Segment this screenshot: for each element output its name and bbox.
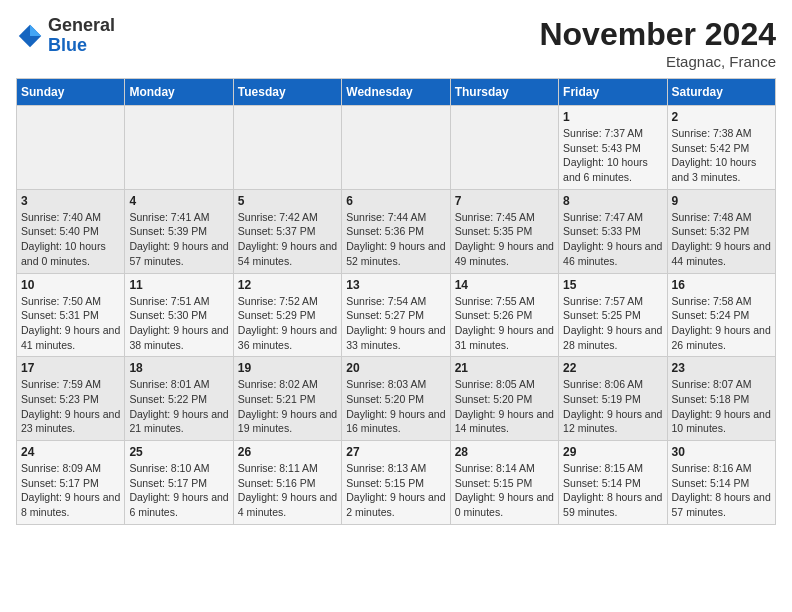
day-info: Sunrise: 7:38 AMSunset: 5:42 PMDaylight:… [672, 126, 771, 185]
day-info: Sunrise: 8:02 AMSunset: 5:21 PMDaylight:… [238, 377, 337, 436]
calendar-cell: 5Sunrise: 7:42 AMSunset: 5:37 PMDaylight… [233, 189, 341, 273]
day-info: Sunrise: 8:16 AMSunset: 5:14 PMDaylight:… [672, 461, 771, 520]
day-number: 12 [238, 278, 337, 292]
day-info: Sunrise: 8:11 AMSunset: 5:16 PMDaylight:… [238, 461, 337, 520]
day-info: Sunrise: 7:52 AMSunset: 5:29 PMDaylight:… [238, 294, 337, 353]
day-info: Sunrise: 7:41 AMSunset: 5:39 PMDaylight:… [129, 210, 228, 269]
day-number: 26 [238, 445, 337, 459]
week-row-3: 10Sunrise: 7:50 AMSunset: 5:31 PMDayligh… [17, 273, 776, 357]
day-header-saturday: Saturday [667, 79, 775, 106]
day-number: 19 [238, 361, 337, 375]
calendar-cell: 14Sunrise: 7:55 AMSunset: 5:26 PMDayligh… [450, 273, 558, 357]
day-number: 20 [346, 361, 445, 375]
day-info: Sunrise: 8:14 AMSunset: 5:15 PMDaylight:… [455, 461, 554, 520]
day-number: 15 [563, 278, 662, 292]
day-number: 3 [21, 194, 120, 208]
calendar-cell [233, 106, 341, 190]
calendar-cell: 4Sunrise: 7:41 AMSunset: 5:39 PMDaylight… [125, 189, 233, 273]
day-number: 10 [21, 278, 120, 292]
day-info: Sunrise: 8:13 AMSunset: 5:15 PMDaylight:… [346, 461, 445, 520]
day-number: 13 [346, 278, 445, 292]
day-number: 14 [455, 278, 554, 292]
calendar-table: SundayMondayTuesdayWednesdayThursdayFrid… [16, 78, 776, 525]
day-info: Sunrise: 8:10 AMSunset: 5:17 PMDaylight:… [129, 461, 228, 520]
day-info: Sunrise: 8:01 AMSunset: 5:22 PMDaylight:… [129, 377, 228, 436]
day-info: Sunrise: 7:40 AMSunset: 5:40 PMDaylight:… [21, 210, 120, 269]
day-header-wednesday: Wednesday [342, 79, 450, 106]
day-info: Sunrise: 7:51 AMSunset: 5:30 PMDaylight:… [129, 294, 228, 353]
day-number: 18 [129, 361, 228, 375]
week-row-4: 17Sunrise: 7:59 AMSunset: 5:23 PMDayligh… [17, 357, 776, 441]
day-number: 23 [672, 361, 771, 375]
calendar-cell: 8Sunrise: 7:47 AMSunset: 5:33 PMDaylight… [559, 189, 667, 273]
calendar-body: 1Sunrise: 7:37 AMSunset: 5:43 PMDaylight… [17, 106, 776, 525]
svg-marker-1 [30, 25, 41, 36]
calendar-cell: 23Sunrise: 8:07 AMSunset: 5:18 PMDayligh… [667, 357, 775, 441]
day-info: Sunrise: 7:59 AMSunset: 5:23 PMDaylight:… [21, 377, 120, 436]
day-header-tuesday: Tuesday [233, 79, 341, 106]
day-number: 9 [672, 194, 771, 208]
day-info: Sunrise: 7:42 AMSunset: 5:37 PMDaylight:… [238, 210, 337, 269]
day-number: 27 [346, 445, 445, 459]
logo-icon [16, 22, 44, 50]
day-header-monday: Monday [125, 79, 233, 106]
day-number: 24 [21, 445, 120, 459]
day-header-sunday: Sunday [17, 79, 125, 106]
day-info: Sunrise: 8:07 AMSunset: 5:18 PMDaylight:… [672, 377, 771, 436]
day-info: Sunrise: 7:48 AMSunset: 5:32 PMDaylight:… [672, 210, 771, 269]
day-number: 30 [672, 445, 771, 459]
day-number: 28 [455, 445, 554, 459]
logo-text: General Blue [48, 16, 115, 56]
page-header: General Blue November 2024 Etagnac, Fran… [16, 16, 776, 70]
day-number: 5 [238, 194, 337, 208]
calendar-cell [450, 106, 558, 190]
calendar-cell: 9Sunrise: 7:48 AMSunset: 5:32 PMDaylight… [667, 189, 775, 273]
calendar-cell: 1Sunrise: 7:37 AMSunset: 5:43 PMDaylight… [559, 106, 667, 190]
month-title: November 2024 [539, 16, 776, 53]
calendar-cell: 18Sunrise: 8:01 AMSunset: 5:22 PMDayligh… [125, 357, 233, 441]
day-info: Sunrise: 7:58 AMSunset: 5:24 PMDaylight:… [672, 294, 771, 353]
day-number: 25 [129, 445, 228, 459]
week-row-2: 3Sunrise: 7:40 AMSunset: 5:40 PMDaylight… [17, 189, 776, 273]
calendar-cell: 27Sunrise: 8:13 AMSunset: 5:15 PMDayligh… [342, 441, 450, 525]
calendar-cell: 11Sunrise: 7:51 AMSunset: 5:30 PMDayligh… [125, 273, 233, 357]
calendar-cell: 28Sunrise: 8:14 AMSunset: 5:15 PMDayligh… [450, 441, 558, 525]
calendar-cell: 13Sunrise: 7:54 AMSunset: 5:27 PMDayligh… [342, 273, 450, 357]
day-header-thursday: Thursday [450, 79, 558, 106]
calendar-cell: 30Sunrise: 8:16 AMSunset: 5:14 PMDayligh… [667, 441, 775, 525]
title-block: November 2024 Etagnac, France [539, 16, 776, 70]
day-number: 17 [21, 361, 120, 375]
day-header-friday: Friday [559, 79, 667, 106]
day-info: Sunrise: 7:44 AMSunset: 5:36 PMDaylight:… [346, 210, 445, 269]
day-number: 4 [129, 194, 228, 208]
day-number: 7 [455, 194, 554, 208]
calendar-cell [342, 106, 450, 190]
day-info: Sunrise: 7:50 AMSunset: 5:31 PMDaylight:… [21, 294, 120, 353]
day-info: Sunrise: 7:45 AMSunset: 5:35 PMDaylight:… [455, 210, 554, 269]
calendar-cell: 12Sunrise: 7:52 AMSunset: 5:29 PMDayligh… [233, 273, 341, 357]
calendar-cell: 26Sunrise: 8:11 AMSunset: 5:16 PMDayligh… [233, 441, 341, 525]
day-number: 16 [672, 278, 771, 292]
day-number: 8 [563, 194, 662, 208]
calendar-cell: 10Sunrise: 7:50 AMSunset: 5:31 PMDayligh… [17, 273, 125, 357]
day-info: Sunrise: 8:09 AMSunset: 5:17 PMDaylight:… [21, 461, 120, 520]
day-info: Sunrise: 7:54 AMSunset: 5:27 PMDaylight:… [346, 294, 445, 353]
day-info: Sunrise: 8:15 AMSunset: 5:14 PMDaylight:… [563, 461, 662, 520]
day-number: 21 [455, 361, 554, 375]
day-info: Sunrise: 7:55 AMSunset: 5:26 PMDaylight:… [455, 294, 554, 353]
day-info: Sunrise: 7:47 AMSunset: 5:33 PMDaylight:… [563, 210, 662, 269]
calendar-cell: 19Sunrise: 8:02 AMSunset: 5:21 PMDayligh… [233, 357, 341, 441]
day-number: 29 [563, 445, 662, 459]
calendar-cell: 16Sunrise: 7:58 AMSunset: 5:24 PMDayligh… [667, 273, 775, 357]
day-info: Sunrise: 8:06 AMSunset: 5:19 PMDaylight:… [563, 377, 662, 436]
week-row-5: 24Sunrise: 8:09 AMSunset: 5:17 PMDayligh… [17, 441, 776, 525]
logo: General Blue [16, 16, 115, 56]
calendar-cell: 2Sunrise: 7:38 AMSunset: 5:42 PMDaylight… [667, 106, 775, 190]
day-number: 1 [563, 110, 662, 124]
calendar-cell: 24Sunrise: 8:09 AMSunset: 5:17 PMDayligh… [17, 441, 125, 525]
day-number: 22 [563, 361, 662, 375]
calendar-cell: 25Sunrise: 8:10 AMSunset: 5:17 PMDayligh… [125, 441, 233, 525]
day-number: 6 [346, 194, 445, 208]
calendar-cell: 15Sunrise: 7:57 AMSunset: 5:25 PMDayligh… [559, 273, 667, 357]
calendar-cell: 22Sunrise: 8:06 AMSunset: 5:19 PMDayligh… [559, 357, 667, 441]
